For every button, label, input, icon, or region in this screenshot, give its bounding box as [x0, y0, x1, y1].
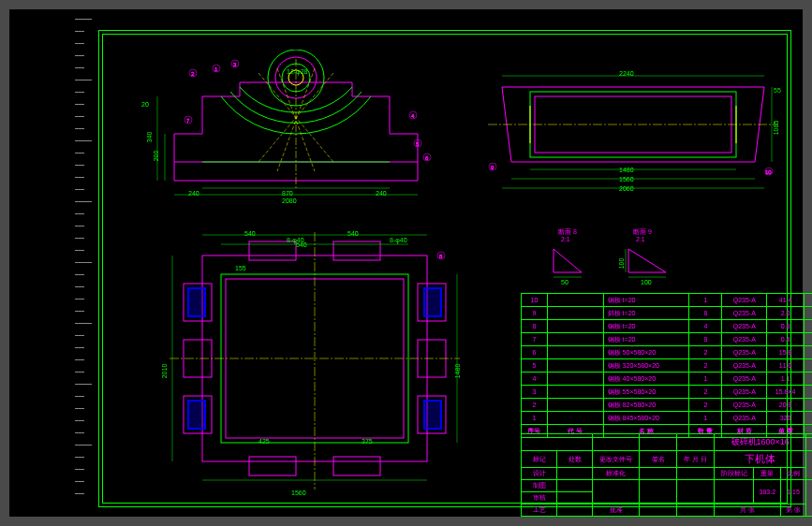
svg-text:10: 10	[765, 169, 772, 175]
bom-row: 5钢板 320×580×202Q235-A11.011.0	[522, 359, 813, 373]
svg-text:2: 2	[191, 71, 195, 77]
bom-row: 9斜板 t=208Q235-A2.016.0	[522, 307, 813, 320]
bom-row: 2钢板 82×580×202Q235-A20.820.8	[522, 399, 813, 412]
dim-v1-340: 340	[146, 132, 153, 143]
bom-row: 4钢板 40×580×201Q235-A1.11.1	[522, 373, 813, 386]
svg-text:3: 3	[233, 62, 237, 67]
view-elevation: 1 2 3 4 5 6 7	[137, 50, 455, 218]
tb-check: 审核	[522, 492, 557, 504]
dim-v2-1085: 1085	[773, 121, 779, 136]
bom-row: 1钢板 845×580×201Q235-A320320	[522, 412, 813, 425]
bom-row: 7钢板 t=208Q235-A0.43.2	[522, 333, 813, 346]
dim-sec9-100: 100	[641, 279, 652, 285]
dim-v3-1480: 1480	[454, 364, 461, 379]
section-8-scale: 2:1	[561, 236, 570, 242]
svg-text:6: 6	[425, 155, 429, 161]
bom-row: 8钢板 t=204Q235-A0.83.2	[522, 320, 813, 333]
dim-v2-2240: 2240	[619, 70, 634, 77]
dim-v2-1480: 1480	[619, 167, 634, 173]
dim-v3-540r: 540	[347, 230, 359, 237]
dim-v2-2060: 2060	[619, 185, 634, 192]
svg-rect-56	[424, 288, 441, 316]
title-block: 破碎机1600×16 辽宁钢铁 下机体 标记 处数 更改文件号 签名 年 月 日…	[521, 433, 812, 517]
tb-scale: 1:15	[781, 480, 806, 504]
tb-sheet: 共 张	[715, 504, 781, 517]
tb-stage: 阶段标记	[715, 468, 754, 480]
svg-text:8: 8	[439, 254, 443, 259]
dim-v1-240r: 240	[376, 190, 387, 197]
bom-table: 10钢板 t=201Q235-A41.441.49斜板 t=208Q235-A2…	[521, 293, 812, 438]
tb-product: 破碎机1600×16	[715, 434, 805, 451]
dim-v3-375: 375	[362, 438, 373, 445]
svg-rect-55	[188, 401, 205, 429]
svg-text:7: 7	[186, 118, 190, 124]
svg-text:4: 4	[411, 113, 415, 119]
dim-v2-55: 55	[774, 87, 781, 94]
cad-canvas: 1 2 3 4 5 6 7 2080 870 240 240 200 340 2…	[9, 9, 803, 517]
svg-text:1: 1	[214, 66, 218, 72]
dim-v3-155: 155	[235, 265, 246, 271]
tb-zone: 处数	[557, 451, 593, 468]
dim-sec9-l100: 100	[618, 258, 625, 270]
svg-rect-52	[249, 457, 296, 475]
bom-row: 3钢板 55×580×202Q235-A15.8×431.8×8	[522, 386, 813, 399]
dim-v1-20: 20	[141, 101, 149, 108]
dim-sec8-50: 50	[561, 279, 568, 285]
tb-sig: 签名	[640, 451, 677, 468]
dim-v1-hole: 12-φ28	[287, 68, 307, 75]
dim-v2-1560: 1560	[619, 176, 634, 183]
section-9-detail	[624, 244, 675, 280]
dim-v3-h840: 8-φ40	[287, 237, 304, 243]
view-plan: 8	[155, 227, 474, 499]
tb-date: 年 月 日	[677, 451, 715, 468]
tb-weight: 383.2	[754, 480, 781, 504]
tb-design: 设计	[522, 468, 557, 480]
section-9-scale: 2:1	[636, 236, 645, 242]
svg-rect-53	[333, 457, 380, 475]
section-8-detail	[549, 244, 591, 280]
tb-company: 辽宁钢铁	[805, 434, 812, 451]
tb-page: 第 张	[781, 504, 806, 517]
tb-drawn: 制图	[522, 480, 557, 492]
tb-process: 工艺	[522, 504, 557, 517]
tb-standard: 标准化	[593, 468, 640, 480]
dim-v3-h940: 8-φ40	[390, 237, 407, 243]
ruler-left	[9, 19, 94, 515]
svg-rect-57	[424, 401, 441, 429]
drawing-frame: 1 2 3 4 5 6 7 2080 870 240 240 200 340 2…	[98, 30, 791, 507]
dim-v1-240l: 240	[188, 190, 199, 197]
dim-v3-1560: 1560	[291, 489, 306, 496]
tb-drawing-no: PCS155图1	[805, 480, 812, 517]
dim-v3-540l: 540	[244, 230, 256, 237]
svg-text:5: 5	[416, 141, 420, 147]
svg-text:9: 9	[491, 165, 495, 170]
tb-chgdoc: 更改文件号	[593, 451, 640, 468]
bom-row: 10钢板 t=201Q235-A41.441.4	[522, 294, 813, 307]
bom-row: 6钢板 50×580×202Q235-A15.831.2	[522, 346, 813, 359]
svg-rect-54	[188, 288, 205, 316]
tb-wt-lbl: 重量	[754, 468, 781, 480]
tb-mark: 标记	[522, 451, 557, 468]
dim-v1-870: 870	[282, 190, 293, 197]
tb-approve: 批准	[593, 504, 640, 517]
dim-v3-425: 425	[258, 438, 270, 445]
tb-part: 下机体	[715, 451, 805, 468]
tb-sc-lbl: 比例	[781, 468, 806, 480]
tb-assembly: 组焊件	[805, 451, 812, 480]
dim-v1-200: 200	[153, 151, 159, 162]
dim-v1-2080: 2080	[282, 197, 297, 204]
dim-v3-2010: 2010	[161, 364, 168, 379]
